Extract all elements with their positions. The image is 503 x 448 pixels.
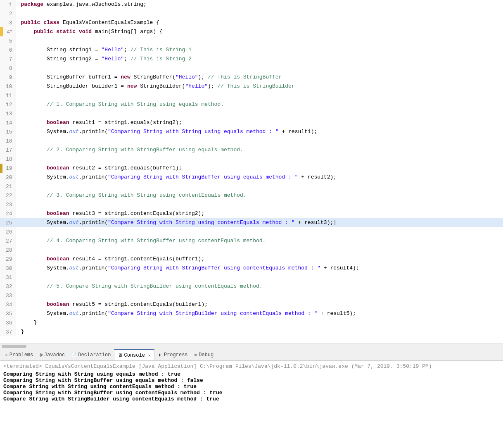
- code-line: [16, 36, 503, 45]
- tab-declaration[interactable]: 📄 Declaration: [68, 349, 114, 360]
- table-row: 7 String string2 = "Hello"; // This is S…: [0, 55, 503, 64]
- console-output-line-5: Compare String with StringBuilder using …: [3, 396, 500, 402]
- table-row: 29 boolean result4 = string1.contentEqua…: [0, 255, 503, 264]
- code-line: System.out.println("Compare String with …: [16, 309, 503, 318]
- line-number: 31: [0, 273, 16, 282]
- progress-icon: ⏵: [158, 352, 162, 357]
- line-number: 9: [0, 73, 16, 82]
- table-row: 1 package examples.java.w3schools.string…: [0, 0, 503, 9]
- console-close-icon[interactable]: ✕: [148, 353, 151, 358]
- debug-tab-label[interactable]: Debug: [199, 352, 214, 358]
- progress-tab-label[interactable]: Progress: [164, 352, 188, 358]
- tab-console[interactable]: 🖥 Console ✕: [114, 349, 154, 360]
- table-row: 14 boolean result1 = string1.equals(stri…: [0, 118, 503, 127]
- table-row: 21: [0, 182, 503, 191]
- line-number: 24: [0, 209, 16, 218]
- code-line: boolean result3 = string1.contentEquals(…: [16, 209, 503, 218]
- table-row: 13: [0, 109, 503, 118]
- line-number: 7: [0, 55, 16, 64]
- table-row: 31: [0, 273, 503, 282]
- line-number: 22: [0, 191, 16, 200]
- line-number: 36: [0, 318, 16, 327]
- line-number: 12: [0, 100, 16, 109]
- line-number: 33: [0, 291, 16, 300]
- line-number: 28: [0, 245, 16, 255]
- table-row: 15 System.out.println("Comparing String …: [0, 127, 503, 136]
- line-number: 23: [0, 200, 16, 209]
- code-line: boolean result1 = string1.equals(string2…: [16, 118, 503, 127]
- table-row: 30 System.out.println("Comparing String …: [0, 264, 503, 273]
- table-row: 35 System.out.println("Compare String wi…: [0, 309, 503, 318]
- code-line: // 4. Comparing String with StringBuffer…: [16, 236, 503, 245]
- editor-scrollbar[interactable]: [0, 343, 503, 349]
- code-line: System.out.println("Comparing String wit…: [16, 264, 503, 273]
- line-number: 13: [0, 109, 16, 118]
- line-number: 25: [0, 218, 16, 227]
- table-row: 26: [0, 227, 503, 236]
- code-line: [16, 227, 503, 236]
- table-row: 32 // 5. Compare String with StringBuild…: [0, 282, 503, 291]
- line-number: 8: [0, 64, 16, 73]
- console-output-line-4: Comparing String with StringBuffer using…: [3, 390, 500, 396]
- table-row: 24 boolean result3 = string1.contentEqua…: [0, 209, 503, 218]
- console-terminated-line: <terminated> EqualsVsContentEqualsExampl…: [3, 363, 500, 369]
- line-number: 2: [0, 9, 16, 18]
- scrollbar-thumb[interactable]: [2, 345, 26, 348]
- declaration-tab-label[interactable]: Declaration: [78, 352, 111, 358]
- line-number: 3: [0, 18, 16, 27]
- declaration-icon: 📄: [71, 353, 76, 357]
- warning-icon: ⚠: [5, 352, 8, 357]
- code-line: [16, 91, 503, 100]
- line-number: 18: [0, 155, 16, 164]
- line-number: 15: [0, 127, 16, 136]
- code-line: [16, 200, 503, 209]
- code-table: 1 package examples.java.w3schools.string…: [0, 0, 503, 336]
- line-number: 37: [0, 327, 16, 336]
- code-line: [16, 9, 503, 18]
- code-line: [16, 245, 503, 255]
- code-line[interactable]: package examples.java.w3schools.string;: [16, 0, 503, 9]
- problems-tab-label[interactable]: Problems: [9, 352, 33, 358]
- code-line: StringBuilder builder1 = new StringBuild…: [16, 82, 503, 91]
- table-row: 4◈ public static void main(String[] args…: [0, 27, 503, 36]
- table-row: 27 // 4. Comparing String with StringBuf…: [0, 236, 503, 245]
- console-output-line-2: Comparing String with StringBuffer using…: [3, 377, 500, 384]
- javadoc-tab-label[interactable]: Javadoc: [44, 352, 65, 358]
- table-row: 2: [0, 9, 503, 18]
- tab-debug[interactable]: ✱ Debug: [191, 349, 217, 360]
- line-number: 35: [0, 309, 16, 318]
- tab-problems[interactable]: ⚠ Problems: [2, 349, 36, 360]
- tab-javadoc[interactable]: @ Javadoc: [36, 349, 68, 360]
- code-line: [16, 155, 503, 164]
- table-row: 22 // 3. Comparing String with String us…: [0, 191, 503, 200]
- line-number: 30: [0, 264, 16, 273]
- code-line: // 2. Comparing String with StringBuffer…: [16, 145, 503, 155]
- code-line: boolean result5 = string1.contentEquals(…: [16, 300, 503, 309]
- code-line: public static void main(String[] args) {: [16, 27, 503, 36]
- line-number: 34: [0, 300, 16, 309]
- tab-progress[interactable]: ⏵ Progress: [154, 349, 191, 360]
- table-row: 12 // 1. Comparing String with String us…: [0, 100, 503, 109]
- line-number: 29: [0, 255, 16, 264]
- code-line: String string2 = "Hello"; // This is Str…: [16, 55, 503, 64]
- line-number: 27: [0, 236, 16, 245]
- table-row: 20 System.out.println("Comparing String …: [0, 173, 503, 182]
- table-row: 18: [0, 155, 503, 164]
- table-row: 11: [0, 91, 503, 100]
- code-line: [16, 182, 503, 191]
- console-tab-label[interactable]: Console: [124, 353, 145, 358]
- table-row: 37 }: [0, 327, 503, 336]
- line-number: 11: [0, 91, 16, 100]
- code-line: public class EqualsVsContentEqualsExampl…: [16, 18, 503, 27]
- code-line: // 1. Comparing String with String using…: [16, 100, 503, 109]
- table-row: 8: [0, 64, 503, 73]
- line-number: 17: [0, 145, 16, 155]
- table-row: 5: [0, 36, 503, 45]
- table-row: 28: [0, 245, 503, 255]
- table-row: 25 System.out.println("Compare String wi…: [0, 218, 503, 227]
- code-line: String string1 = "Hello"; // This is Str…: [16, 45, 503, 55]
- table-row: 34 boolean result5 = string1.contentEqua…: [0, 300, 503, 309]
- line-number: 5: [0, 36, 16, 45]
- line-number: 26: [0, 227, 16, 236]
- table-row: 33: [0, 291, 503, 300]
